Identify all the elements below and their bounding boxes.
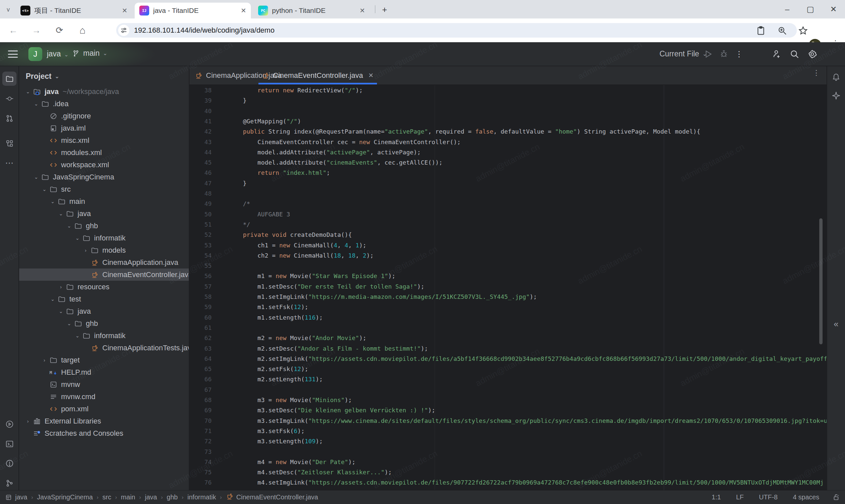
chevron-down-icon[interactable]: ⌄ [40,186,49,192]
chevron-right-icon[interactable]: › [57,284,65,290]
line-number[interactable]: 43 [190,137,212,147]
line-number[interactable]: 57 [190,281,212,292]
line-number[interactable]: 46 [190,167,212,178]
editor-options-icon[interactable]: ⋮ [813,71,819,74]
editor-tab[interactable]: CinemaEventController.java✕ [257,66,379,85]
breadcrumb-item[interactable]: informatik [188,493,216,501]
chevron-down-icon[interactable]: ⌄ [73,235,82,241]
chevron-down-icon[interactable]: ⌄ [24,89,32,95]
line-number[interactable]: 56 [190,271,212,281]
chevron-down-icon[interactable]: ⌄ [32,101,40,107]
tree-item-java[interactable]: ⌄java [19,305,189,317]
tree-item-models[interactable]: ›models [19,244,189,256]
line-ending[interactable]: LF [736,493,744,501]
run-icon[interactable] [702,49,714,60]
project-selector[interactable]: java⌄ [47,50,69,58]
chevron-down-icon[interactable]: ⌄ [32,174,40,180]
tree-item-workspace.xml[interactable]: workspace.xml [19,159,189,171]
notifications-bell-icon[interactable] [830,70,842,83]
breadcrumb-item[interactable]: src [102,493,111,501]
terminal-tool-icon[interactable] [2,437,17,451]
tree-item-cinemaapplication.java[interactable]: CinemaApplication.java [19,256,189,269]
tree-item-misc.xml[interactable]: misc.xml [19,134,189,146]
unlock-icon[interactable] [832,493,840,501]
line-number[interactable]: 62 [190,333,212,343]
tree-item-target[interactable]: ›target [19,354,189,366]
chevron-down-icon[interactable]: ⌄ [65,223,73,229]
ai-assistant-icon[interactable] [830,89,842,102]
breadcrumb-item[interactable]: CinemaEventController.java [236,493,318,501]
line-number[interactable]: 60 [190,312,212,323]
chevron-down-icon[interactable]: ⌄ [65,321,73,326]
breadcrumb-item[interactable]: java [145,493,157,501]
version-control-tool-icon[interactable] [2,476,17,490]
code-with-me-icon[interactable] [771,49,782,60]
close-tab-icon[interactable]: ✕ [353,6,365,15]
new-tab-button[interactable]: + [380,5,389,15]
line-number[interactable]: 49 [190,199,212,209]
line-number[interactable]: 39 [190,95,212,106]
line-number[interactable]: 66 [190,374,212,384]
chevron-right-icon[interactable]: › [40,357,49,363]
tree-item-help.md[interactable]: MHELP.md [19,366,189,378]
breadcrumb-item[interactable]: java [15,493,28,501]
line-number[interactable]: 45 [190,157,212,168]
line-number[interactable]: 76 [190,477,212,488]
line-number[interactable]: 42 [190,126,212,137]
tree-item-.gitignore[interactable]: .gitignore [19,110,189,122]
structure-tool-icon[interactable] [2,136,17,150]
line-number[interactable]: 54 [190,250,212,261]
line-number[interactable]: 52 [190,230,212,240]
tree-item-javaspringcinema[interactable]: ⌄JavaSpringCinema [19,171,189,183]
line-number[interactable]: 61 [190,323,212,333]
commit-tool-icon[interactable] [2,91,17,106]
close-tab-icon[interactable]: ✕ [368,72,374,79]
line-number[interactable]: 70 [190,416,212,426]
line-number[interactable]: 69 [190,405,212,416]
line-number[interactable]: 71 [190,426,212,436]
tree-item-external-libraries[interactable]: ›External Libraries [19,415,189,427]
chevron-right-icon[interactable]: › [82,247,90,253]
tree-item-mvnw.cmd[interactable]: mvnw.cmd [19,391,189,403]
run-tool-icon[interactable] [2,417,17,431]
indent-setting[interactable]: 4 spaces [793,493,819,501]
line-number[interactable]: 72 [190,436,212,447]
zoom-icon[interactable] [777,26,787,36]
maximize-button[interactable]: ▢ [799,0,822,18]
back-icon[interactable]: ← [6,24,20,37]
close-tab-icon[interactable]: ✕ [116,6,127,15]
line-number[interactable]: 59 [190,302,212,312]
line-number[interactable]: 50 [190,209,212,220]
code-editor[interactable]: 38 return new RedirectView("/");39 }4041… [190,85,827,499]
tree-item-.idea[interactable]: ⌄.idea [19,97,189,110]
tree-item-ghb[interactable]: ⌄ghb [19,317,189,329]
line-number[interactable]: 40 [190,106,212,116]
chevron-down-icon[interactable]: ⌄ [73,333,82,339]
chevron-down-icon[interactable]: ⌄ [57,308,65,314]
line-number[interactable]: 53 [190,240,212,251]
browser-tab[interactable]: PCpython - TitanIDE✕ [253,3,370,18]
line-number[interactable]: 74 [190,457,212,467]
tree-item-ghb[interactable]: ⌄ghb [19,220,189,232]
breadcrumb-item[interactable]: JavaSpringCinema [37,493,93,501]
more-actions-icon[interactable]: ⋮ [734,49,745,60]
project-tool-icon[interactable] [2,72,17,86]
breadcrumb-item[interactable]: main [121,493,135,501]
more-tool-windows-icon[interactable]: ⋯ [2,156,17,170]
problems-tool-icon[interactable] [2,456,17,470]
settings-gear-icon[interactable] [807,49,818,60]
minimize-button[interactable]: – [776,0,799,18]
vertical-scrollbar[interactable] [819,218,823,344]
tree-item-java.iml[interactable]: java.iml [19,122,189,134]
chevron-right-icon[interactable]: › [24,418,32,424]
clipboard-icon[interactable] [756,26,766,36]
tree-item-cinemaeventcontroller.java[interactable]: CinemaEventController.java [19,269,189,281]
tree-item-scratches-and-consoles[interactable]: Scratches and Consoles [19,427,189,439]
home-icon[interactable]: ⌂ [76,24,89,37]
tree-item-src[interactable]: ⌄src [19,183,189,195]
tree-item-pom.xml[interactable]: pom.xml [19,403,189,415]
branch-selector[interactable]: main⌄ [72,49,107,58]
chevron-down-icon[interactable]: ⌄ [57,211,65,217]
project-panel-header[interactable]: Project⌄ [26,70,59,83]
line-number[interactable]: 63 [190,343,212,354]
